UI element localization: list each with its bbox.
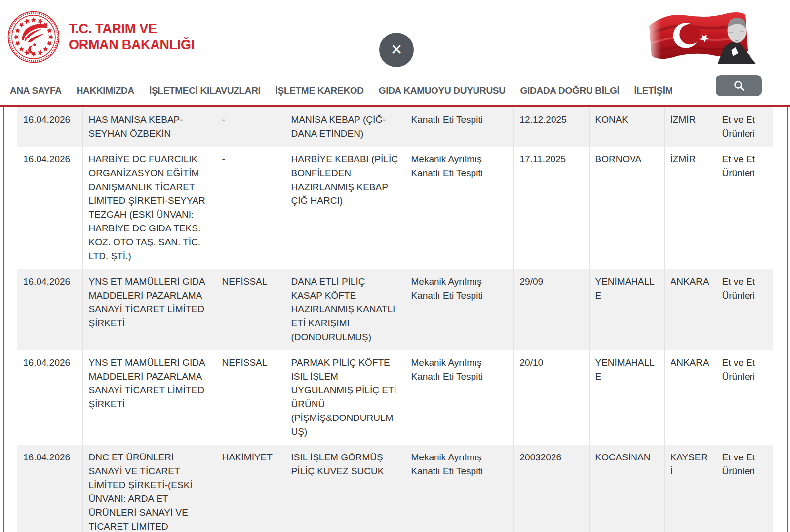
table-cell: Mekanik Ayrılmış Kanatlı Eti Tespiti (405, 147, 514, 269)
table-cell: 16.04.2026 (17, 350, 82, 445)
table-cell: 20032026 (514, 445, 589, 532)
table-cell: DNC ET ÜRÜNLERİ SANAYİ VE TİCARET LİMİTE… (82, 445, 216, 532)
nav-menu: ANA SAYFAHAKKIMIZDAİŞLETMECİ KILAVUZLARI… (10, 85, 672, 96)
search-icon (733, 80, 745, 92)
table-cell: Mekanik Ayrılmış Kanatlı Eti Tespiti (405, 350, 514, 445)
table-cell: 29/09 (514, 269, 589, 350)
table-cell: 16.04.2026 (17, 269, 82, 350)
table-cell: NEFİSSAL (216, 269, 285, 350)
table-cell: ISIL İŞLEM GÖRMÜŞ PİLİÇ KUVEZ SUCUK (285, 445, 405, 532)
table-cell: Mekanik Ayrılmış Kanatlı Eti Tespiti (405, 445, 514, 532)
table-cell: - (216, 107, 285, 147)
table-cell: - (216, 147, 285, 269)
close-icon: ✕ (390, 42, 402, 57)
nav-item-3[interactable]: İŞLETME KAREKOD (276, 85, 364, 96)
table-cell: Mekanik Ayrılmış Kanatlı Eti Tespiti (405, 269, 514, 350)
ataturk-flag-image (644, 9, 757, 64)
table-cell: ANKARA (664, 269, 716, 350)
table-cell: YENİMAHALLE (589, 350, 664, 445)
close-button[interactable]: ✕ (379, 33, 414, 67)
table-row: 16.04.2026HAS MANİSA KEBAP-SEYHAN ÖZBEKİ… (17, 107, 773, 147)
table-cell: Et ve Et Ürünleri (716, 350, 773, 445)
table-row: 16.04.2026YNS ET MAMÜLLERİ GIDA MADDELER… (17, 269, 773, 350)
search-button[interactable] (716, 75, 762, 96)
table-cell: 16.04.2026 (17, 107, 82, 147)
nav-item-4[interactable]: GIDA KAMUOYU DUYURUSU (379, 85, 506, 96)
table-cell: KOCASİNAN (589, 445, 664, 532)
ministry-seal-icon (6, 10, 61, 64)
table-cell: DANA ETLİ PİLİÇ KASAP KÖFTE HAZIRLANMIŞ … (285, 269, 405, 350)
table-cell: Et ve Et Ürünleri (716, 107, 773, 147)
table-cell: Et ve Et Ürünleri (716, 269, 773, 350)
table-cell: İZMİR (664, 147, 716, 269)
table-cell: HARBİYE DC FUARCILIK ORGANİZASYON EĞİTİM… (82, 147, 216, 269)
violations-table-body: 16.04.2026HAS MANİSA KEBAP-SEYHAN ÖZBEKİ… (17, 107, 773, 532)
content-frame: 16.04.2026HAS MANİSA KEBAP-SEYHAN ÖZBEKİ… (3, 107, 788, 532)
table-cell: 20/10 (514, 350, 589, 445)
table-cell: YENİMAHALLE (589, 269, 664, 350)
food-disclosure-table: 16.04.2026HAS MANİSA KEBAP-SEYHAN ÖZBEKİ… (17, 107, 773, 532)
page-header: T.C. TARIM VE ORMAN BAKANLIĞI ✕ (0, 0, 790, 76)
ministry-name: T.C. TARIM VE ORMAN BAKANLIĞI (69, 21, 195, 53)
table-cell: HARBİYE KEBABI (PİLİÇ BONFİLEDEN HAZIRLA… (285, 147, 405, 269)
table-row: 16.04.2026HARBİYE DC FUARCILIK ORGANİZAS… (17, 147, 773, 269)
table-cell: NEFİSSAL (216, 350, 285, 445)
table-cell: KAYSERİ (664, 445, 716, 532)
table-cell: Et ve Et Ürünleri (716, 147, 773, 269)
table-cell: ANKARA (664, 350, 716, 445)
table-cell: BORNOVA (589, 147, 664, 269)
nav-item-6[interactable]: İLETİŞİM (634, 85, 672, 96)
table-cell: PARMAK PİLİÇ KÖFTE ISIL İŞLEM UYGULANMIŞ… (285, 350, 405, 445)
nav-item-2[interactable]: İŞLETMECİ KILAVUZLARI (149, 85, 261, 96)
table-cell: 16.04.2026 (17, 445, 82, 532)
table-row: 16.04.2026YNS ET MAMÜLLERİ GIDA MADDELER… (17, 350, 773, 445)
ministry-brand: T.C. TARIM VE ORMAN BAKANLIĞI (6, 10, 195, 64)
table-cell: MANİSA KEBAP (ÇİĞ-DANA ETİNDEN) (285, 107, 405, 147)
main-nav: ANA SAYFAHAKKIMIZDAİŞLETMECİ KILAVUZLARI… (0, 76, 790, 107)
table-cell: KONAK (589, 107, 664, 147)
nav-item-5[interactable]: GIDADA DOĞRU BİLGİ (520, 85, 620, 96)
table-cell: Et ve Et Ürünleri (716, 445, 773, 532)
table-cell: HAS MANİSA KEBAP-SEYHAN ÖZBEKİN (82, 107, 216, 147)
table-row: 16.04.2026DNC ET ÜRÜNLERİ SANAYİ VE TİCA… (17, 445, 773, 532)
nav-item-0[interactable]: ANA SAYFA (10, 85, 62, 96)
nav-item-1[interactable]: HAKKIMIZDA (77, 85, 134, 96)
table-cell: HAKİMİYET (216, 445, 285, 532)
ministry-name-line1: T.C. TARIM VE (69, 21, 195, 37)
table-cell: 12.12.2025 (514, 107, 589, 147)
table-cell: İZMİR (664, 107, 716, 147)
table-cell: YNS ET MAMÜLLERİ GIDA MADDELERİ PAZARLAM… (82, 269, 216, 350)
ministry-name-line2: ORMAN BAKANLIĞI (69, 37, 195, 53)
table-cell: 16.04.2026 (17, 147, 82, 269)
table-cell: Kanatlı Eti Tespiti (405, 107, 514, 147)
table-cell: 17.11.2025 (514, 147, 589, 269)
table-cell: YNS ET MAMÜLLERİ GIDA MADDELERİ PAZARLAM… (82, 350, 216, 445)
